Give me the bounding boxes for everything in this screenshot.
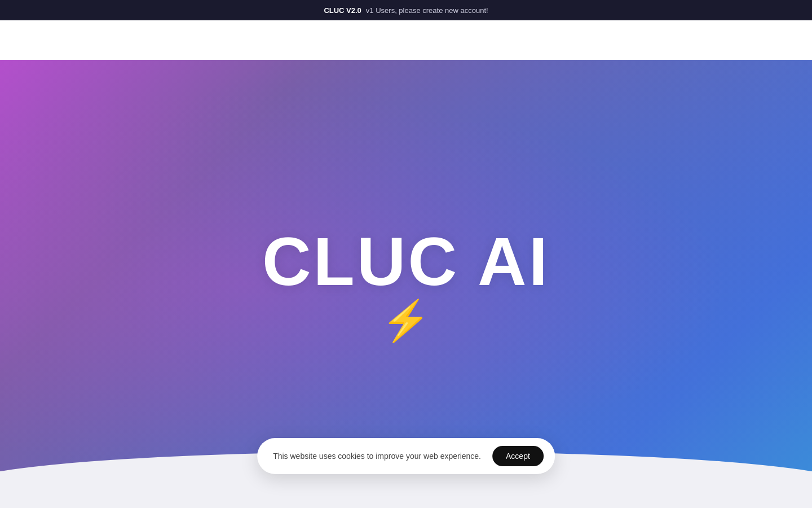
nav-item-how-it-works[interactable]: How It Works <box>318 35 368 45</box>
nav-item-faq[interactable]: FAQ <box>522 35 539 45</box>
nav-link-how-it-works[interactable]: How It Works <box>318 35 368 45</box>
logo[interactable]: CLUC <box>23 29 77 50</box>
join-button[interactable]: Join Cluc <box>729 30 789 50</box>
announcement-bar: CLUC V2.0 v1 Users, please create new ac… <box>0 0 812 20</box>
nav-actions: Sign In Join Cluc <box>669 30 789 50</box>
version-badge: CLUC V2.0 <box>324 6 361 15</box>
nav-link-features[interactable]: Features <box>258 35 291 45</box>
nav-link-pricing[interactable]: Pricing <box>469 35 495 45</box>
hero-content: CLUC AI ⚡ <box>262 227 550 340</box>
cookie-message: This website uses cookies to improve you… <box>273 452 481 461</box>
accept-cookie-button[interactable]: Accept <box>492 446 544 466</box>
signin-button[interactable]: Sign In <box>669 30 722 50</box>
nav-item-pricing[interactable]: Pricing <box>469 35 495 45</box>
hero-title: CLUC AI <box>262 227 550 295</box>
nav-item-features[interactable]: Features <box>258 35 291 45</box>
nav-link-home[interactable]: Home <box>208 35 231 45</box>
announcement-text: v1 Users, please create new account! <box>366 6 488 15</box>
nav-item-testimonials[interactable]: Testimonials <box>395 35 442 45</box>
navbar: CLUC Home Features How It Works Testimon… <box>0 20 812 60</box>
nav-item-home[interactable]: Home <box>208 35 231 45</box>
lightning-icon: ⚡ <box>381 301 430 340</box>
nav-link-testimonials[interactable]: Testimonials <box>395 35 442 45</box>
nav-link-faq[interactable]: FAQ <box>522 35 539 45</box>
cookie-banner: This website uses cookies to improve you… <box>257 438 555 474</box>
nav-links: Home Features How It Works Testimonials … <box>208 35 539 45</box>
